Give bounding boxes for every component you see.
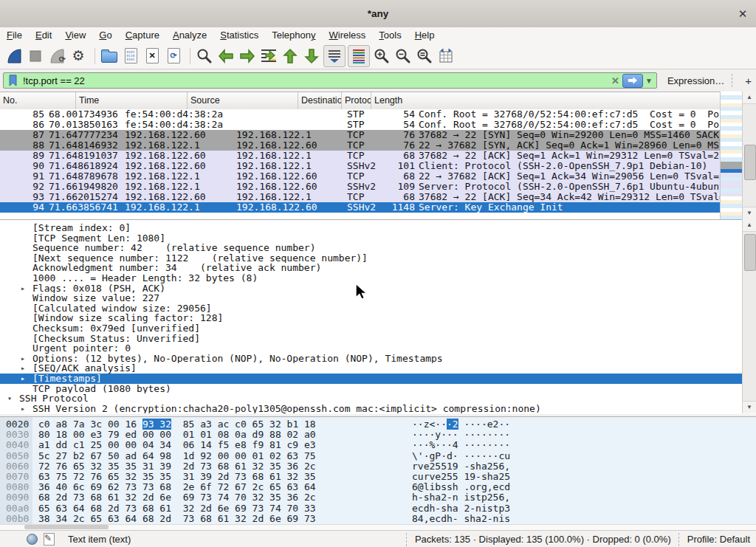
detail-row[interactable]: Checksum: 0x79ed [unverified] <box>0 323 742 334</box>
detail-row[interactable]: ▸[Timestamps] <box>0 374 742 384</box>
detail-row[interactable]: Acknowledgment number: 34 (relative ack … <box>0 263 742 273</box>
detail-row[interactable]: [Next sequence number: 1122 (relative se… <box>0 253 742 264</box>
scroll-up-icon[interactable]: ▲ <box>743 219 756 232</box>
hex-row[interactable]: 008036 40 6c 69 62 73 73 68 2e 6f 72 67 … <box>0 482 756 492</box>
column-header[interactable]: Length <box>371 92 723 109</box>
menu-item[interactable]: Statistics <box>213 27 265 43</box>
save-file-icon[interactable]: 0101 0110 0101 <box>121 47 140 66</box>
packet-row[interactable]: 8971.648191037192.168.122.60192.168.122.… <box>0 151 720 161</box>
colorize-icon[interactable] <box>348 45 370 67</box>
close-icon[interactable]: ✕ <box>735 7 750 21</box>
add-filter-button[interactable]: + <box>740 75 756 87</box>
zoom-reset-icon[interactable] <box>415 47 434 66</box>
expand-arrow-icon[interactable]: ▸ <box>21 404 25 414</box>
hex-row[interactable]: 00505c 27 b2 67 50 ad 64 98 1d 92 00 00 … <box>0 451 756 461</box>
hex-row[interactable]: 009068 2d 73 68 61 32 2d 6e 69 73 74 70 … <box>0 492 756 503</box>
column-header[interactable]: No. <box>0 92 76 109</box>
packet-row[interactable]: 9171.648789678192.168.122.1192.168.122.6… <box>0 171 720 182</box>
close-file-icon[interactable]: ✕ <box>142 47 162 66</box>
reload-file-icon[interactable]: ⟳ <box>164 47 183 66</box>
resize-columns-icon[interactable] <box>436 47 456 66</box>
auto-scroll-icon[interactable] <box>323 45 346 67</box>
expand-arrow-icon[interactable]: ▸ <box>21 283 25 294</box>
menu-item[interactable]: Telephony <box>265 27 322 43</box>
restart-capture-icon[interactable]: ⟳ <box>47 47 66 66</box>
detail-row[interactable]: Urgent pointer: 0 <box>0 343 742 354</box>
go-to-packet-icon[interactable] <box>259 47 278 66</box>
detail-row[interactable]: ▸Flags: 0x018 (PSH, ACK) <box>0 283 742 294</box>
menu-item[interactable]: Tools <box>372 27 408 43</box>
packet-list-minimap[interactable] <box>720 92 742 219</box>
expand-arrow-icon[interactable]: ▸ <box>21 354 25 364</box>
start-capture-icon[interactable] <box>4 47 24 66</box>
menu-item[interactable]: Wireless <box>323 27 373 43</box>
hex-row[interactable]: 00a065 63 64 68 2d 73 68 61 32 2d 6e 69 … <box>0 503 756 514</box>
hex-row[interactable]: 0020c0 a8 7a 3c 00 16 93 32 85 a3 ac c0 … <box>0 419 756 430</box>
packet-row[interactable]: 9471.663856741192.168.122.1192.168.122.6… <box>0 202 720 213</box>
find-packet-icon[interactable] <box>195 47 214 66</box>
go-back-icon[interactable] <box>216 47 236 66</box>
detail-row[interactable]: ▸Options: (12 bytes), No-Operation (NOP)… <box>0 354 742 364</box>
filter-apply-button[interactable] <box>622 74 643 88</box>
zoom-in-icon[interactable] <box>372 47 391 66</box>
go-first-icon[interactable] <box>281 47 300 66</box>
detail-row[interactable]: [Stream index: 0] <box>0 223 742 233</box>
packet-row[interactable]: 8771.647777234192.168.122.60192.168.122.… <box>0 130 720 140</box>
filter-dropdown-icon[interactable]: ▼ <box>645 77 653 85</box>
hex-row[interactable]: 006072 76 65 32 35 35 31 39 2d 73 68 61 … <box>0 461 756 472</box>
stop-capture-icon[interactable] <box>26 47 45 66</box>
menu-item[interactable]: Help <box>408 27 441 43</box>
scrollbar-thumb[interactable] <box>744 234 756 271</box>
filter-clear-icon[interactable]: ✕ <box>611 75 619 86</box>
scrollbar-thumb[interactable] <box>744 145 756 180</box>
detail-row[interactable]: Sequence number: 42 (relative sequence n… <box>0 243 742 253</box>
filter-value[interactable]: !tcp.port == 22 <box>23 75 611 86</box>
scroll-down-icon[interactable]: ▼ <box>743 207 756 219</box>
profile-text[interactable]: Profile: Default <box>687 534 750 545</box>
hex-row[interactable]: 00b038 34 2c 65 63 64 68 2d 73 68 61 32 … <box>0 514 756 524</box>
packet-row[interactable]: 8568.001734936fe:54:00:d4:38:2aSTP54Conf… <box>0 109 720 120</box>
packet-row[interactable]: 9271.661949820192.168.122.1192.168.122.6… <box>0 182 720 192</box>
detail-row[interactable]: ▾SSH Protocol <box>0 393 742 404</box>
expert-info-icon[interactable] <box>27 534 38 545</box>
go-last-icon[interactable] <box>302 47 321 66</box>
column-header[interactable]: Time <box>76 92 188 109</box>
detail-row[interactable]: [TCP Segment Len: 1080] <box>0 233 742 244</box>
display-filter-input[interactable]: !tcp.port == 22 ✕ ▼ <box>3 72 657 89</box>
hex-row[interactable]: 003080 18 00 e3 79 ed 00 00 01 01 08 0a … <box>0 430 756 440</box>
expression-button[interactable]: Expression… <box>667 75 724 86</box>
detail-row[interactable]: 1000 .... = Header Length: 32 bytes (8) <box>0 273 742 283</box>
packet-row[interactable]: 8871.648146932192.168.122.1192.168.122.6… <box>0 140 720 151</box>
scrollbar-thumb[interactable] <box>24 525 109 529</box>
detail-row[interactable]: [Checksum Status: Unverified] <box>0 334 742 344</box>
detail-row[interactable]: ▸[SEQ/ACK analysis] <box>0 363 742 374</box>
menu-item[interactable]: Analyze <box>166 27 213 43</box>
menu-item[interactable]: Edit <box>29 27 58 43</box>
hex-row[interactable]: 0040a1 dd c1 25 00 00 04 34 06 14 f5 e8 … <box>0 440 756 450</box>
zoom-out-icon[interactable] <box>394 47 413 66</box>
menu-item[interactable]: File <box>0 27 29 43</box>
filter-bookmark-icon[interactable] <box>7 74 18 87</box>
open-file-icon[interactable] <box>100 47 119 66</box>
column-header[interactable]: Source <box>188 92 298 109</box>
detail-row[interactable]: TCP payload (1080 bytes) <box>0 384 742 394</box>
menu-item[interactable]: View <box>58 27 92 43</box>
column-header[interactable]: Protocol <box>342 92 371 109</box>
go-forward-icon[interactable] <box>238 47 257 66</box>
expand-arrow-icon[interactable]: ▸ <box>21 374 25 384</box>
capture-options-icon[interactable]: ⚙ <box>69 47 88 66</box>
capture-comment-icon[interactable]: ✎ <box>44 533 55 546</box>
expand-arrow-icon[interactable]: ▾ <box>7 393 12 404</box>
packet-row[interactable]: 9371.662015274192.168.122.60192.168.122.… <box>0 192 720 202</box>
detail-row[interactable]: Window size value: 227 <box>0 293 742 303</box>
menu-item[interactable]: Go <box>92 27 118 43</box>
detail-row[interactable]: [Calculated window size: 29056] <box>0 303 742 314</box>
hex-row[interactable]: 007063 75 72 76 65 32 35 35 31 39 2d 73 … <box>0 472 756 482</box>
packet-row[interactable]: 9071.648618924192.168.122.60192.168.122.… <box>0 161 720 171</box>
detail-row[interactable]: ▸SSH Version 2 (encryption:chacha20-poly… <box>0 404 742 414</box>
packet-list-vscrollbar[interactable]: ▲ ▼ <box>742 92 756 219</box>
expand-arrow-icon[interactable]: ▸ <box>21 363 25 374</box>
scroll-down-icon[interactable]: ▼ <box>743 401 756 413</box>
column-header[interactable]: Destination <box>298 92 342 109</box>
menu-item[interactable]: Capture <box>119 27 166 43</box>
